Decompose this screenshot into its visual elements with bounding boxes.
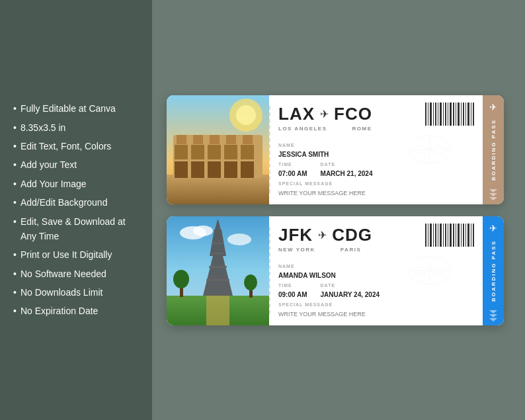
bullet-6: •: [13, 195, 17, 210]
pass1-content: LAX ✈ FCO: [270, 95, 483, 204]
pass1-from-city: LOS ANGELES: [278, 126, 327, 132]
pass2-date-label: DATE: [321, 283, 380, 288]
pass1-strip-plane-icon: ✈: [489, 102, 497, 112]
sidebar-label-7: Edit, Save & Download at Any Time: [20, 214, 139, 244]
sidebar-item-2: • 8.35x3.5 in: [13, 118, 139, 137]
sidebar-label-9: No Software Needed: [20, 267, 106, 281]
bullet-4: •: [13, 157, 17, 172]
svg-rect-24: [435, 103, 436, 126]
boarding-pass-1: LAX ✈ FCO: [167, 95, 504, 204]
sidebar-item-10: • No Downloads Limit: [13, 283, 139, 302]
pass1-name-label: NAME: [278, 143, 475, 147]
pass2-time-field: TIME 09:00 AM: [278, 283, 307, 300]
svg-rect-28: [445, 103, 446, 126]
svg-rect-63: [440, 224, 442, 247]
svg-rect-14: [241, 145, 254, 159]
svg-rect-19: [243, 135, 253, 144]
pass1-date-label: DATE: [321, 162, 373, 167]
pass2-route: JFK ✈ CDG: [278, 223, 475, 248]
svg-rect-70: [458, 224, 460, 247]
sidebar-label-10: No Downloads Limit: [20, 285, 103, 300]
chevron-4: [489, 310, 497, 314]
chevron-2: [489, 193, 497, 196]
boarding-pass-2: JFK ✈ CDG: [167, 216, 504, 325]
svg-rect-8: [224, 161, 237, 178]
svg-rect-23: [433, 103, 434, 126]
pass1-strip: ✈ BOARDING PASS: [483, 95, 504, 204]
svg-rect-67: [450, 224, 452, 247]
svg-rect-33: [458, 103, 460, 126]
svg-rect-18: [226, 135, 236, 144]
pass1-date-value: MARCH 21, 2024: [321, 170, 373, 177]
svg-rect-75: [471, 224, 471, 247]
pass1-from-code: LAX: [278, 104, 315, 124]
sidebar-label-1: Fully Editable at Canva: [20, 101, 116, 116]
chevron-5: [489, 314, 497, 317]
svg-rect-65: [445, 224, 446, 247]
svg-rect-39: [473, 103, 474, 126]
svg-rect-5: [175, 161, 188, 178]
svg-rect-3: [167, 175, 269, 204]
svg-rect-76: [473, 224, 474, 247]
sidebar-label-5: Add Your Image: [20, 177, 87, 191]
svg-rect-37: [467, 103, 469, 126]
pass2-time-label: TIME: [278, 283, 307, 288]
bullet-7: •: [13, 214, 17, 229]
pass2-name-field: NAME AMANDA WILSON: [278, 264, 475, 280]
pass2-strip-chevrons: [489, 310, 497, 321]
svg-point-2: [236, 105, 256, 125]
sidebar-label-11: No Expiration Date: [20, 304, 99, 318]
svg-rect-35: [463, 103, 464, 126]
svg-rect-12: [208, 145, 221, 159]
svg-point-56: [244, 274, 257, 290]
bullet-8: •: [13, 247, 17, 262]
pass1-barcode: [422, 102, 475, 127]
pass1-route: LAX ✈ FCO: [278, 102, 475, 127]
svg-rect-57: [425, 224, 426, 247]
svg-rect-17: [210, 135, 220, 144]
sidebar-item-6: • Add/Edit Background: [13, 193, 139, 212]
sidebar-item-1: • Fully Editable at Canva: [13, 99, 139, 118]
bullet-2: •: [13, 120, 17, 135]
svg-rect-38: [471, 103, 471, 126]
svg-rect-73: [465, 224, 466, 247]
pass1-name-value: JESSICA SMITH: [278, 151, 329, 158]
svg-rect-68: [453, 224, 454, 247]
bullet-3: •: [13, 139, 17, 153]
pass2-name-value: AMANDA WILSON: [278, 272, 336, 279]
pass2-from-code: JFK: [278, 225, 313, 245]
colosseum-image: [167, 95, 269, 204]
bullet-9: •: [13, 267, 17, 281]
svg-rect-49: [206, 279, 229, 281]
sidebar-label-2: 8.35x3.5 in: [20, 120, 66, 135]
svg-rect-48: [206, 294, 229, 325]
eiffel-image: [167, 216, 269, 325]
pass1-arrow-icon: ✈: [320, 108, 329, 120]
pass2-special-label: SPECIAL MESSAGE: [278, 302, 475, 307]
pass2-date-value: JANUARY 24, 2024: [321, 291, 380, 298]
chevron-3: [489, 197, 497, 200]
pass1-to-city: ROME: [352, 126, 372, 132]
svg-rect-29: [448, 103, 448, 126]
svg-rect-20: [425, 103, 426, 126]
sidebar-item-8: • Print or Use It Digitally: [13, 245, 139, 264]
pass2-to-code: CDG: [332, 225, 372, 245]
pass1-time-value: 07:00 AM: [278, 170, 307, 177]
bullet-11: •: [13, 304, 17, 318]
pass1-barcode-svg: [425, 103, 475, 126]
svg-rect-62: [438, 224, 438, 247]
svg-rect-13: [224, 145, 237, 159]
pass2-special-field: SPECIAL MESSAGE WRITE YOUR MESSAGE HERE: [278, 302, 475, 319]
svg-rect-71: [461, 224, 462, 247]
pass1-special-label: SPECIAL MESSAGE: [278, 181, 475, 186]
svg-rect-51: [212, 253, 224, 254]
svg-rect-66: [448, 224, 448, 247]
pass1-photo: [167, 95, 269, 204]
pass1-time-field: TIME 07:00 AM: [278, 162, 307, 179]
svg-rect-16: [193, 135, 203, 144]
svg-rect-9: [241, 161, 254, 178]
svg-rect-59: [430, 224, 432, 247]
sidebar-label-8: Print or Use It Digitally: [20, 247, 112, 262]
sidebar-item-5: • Add Your Image: [13, 175, 139, 193]
pass1-date-field: DATE MARCH 21, 2024: [321, 162, 373, 179]
